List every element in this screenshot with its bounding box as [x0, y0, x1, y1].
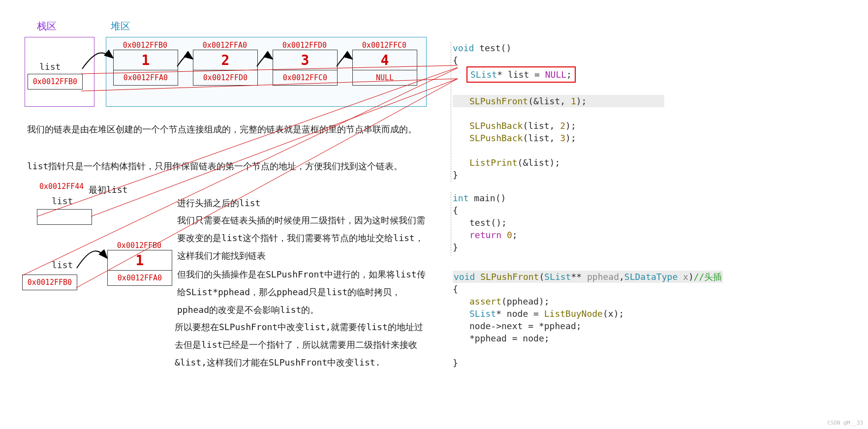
initial-list-label: 最初list — [89, 181, 127, 199]
initial-list-text: list — [52, 196, 73, 206]
node-4-val: 4 — [353, 50, 417, 70]
node-4: 4 NULL — [352, 50, 417, 86]
code-test-close: } — [453, 169, 664, 181]
code-main-sig: int main() — [453, 192, 664, 204]
code-test-pushfront: SLPushFront(&list, 1); — [453, 95, 664, 107]
node-4-next: NULL — [353, 70, 417, 85]
code-block-test: void test() { SList* list = NULL; SLPush… — [453, 42, 664, 182]
code-block-pushfront: void SLPushFront(SList** pphead,SLDataTy… — [453, 271, 728, 369]
stack-frame — [25, 37, 94, 107]
after-list-text: list — [52, 260, 73, 270]
after-node: 1 0x0012FFA0 — [107, 250, 172, 286]
node-3-addr: 0x0012FFD0 — [273, 41, 337, 50]
node-3-val: 3 — [273, 50, 337, 70]
node-1-val: 1 — [114, 50, 178, 70]
explain-3: 所以要想在SLPushFront中改变list,就需要传list的地址过去但是l… — [175, 318, 428, 371]
node-2-val: 2 — [193, 50, 257, 70]
after-node-next: 0x0012FFA0 — [108, 271, 172, 285]
node-1: 1 0x0012FFA0 — [113, 50, 178, 86]
paragraph-1: 我们的链表是由在堆区创建的一个个节点连接组成的，完整的链表就是蓝框的里的节点串联… — [27, 121, 438, 138]
code-pf-sig: void SLPushFront(SList** pphead,SLDataTy… — [453, 271, 723, 283]
node-2-group: 0x0012FFA0 2 0x0012FFD0 — [193, 41, 258, 86]
node-4-group: 0x0012FFC0 4 NULL — [352, 41, 417, 86]
code-pf-node: SList* node = ListBuyNode(x); — [453, 307, 728, 320]
node-2: 2 0x0012FFD0 — [193, 50, 258, 86]
initial-list-box — [37, 209, 92, 225]
after-list-box: 0x0012FFB0 — [22, 275, 77, 290]
node-4-addr: 0x0012FFC0 — [352, 41, 416, 50]
heap-zone-label: 堆区 — [111, 20, 130, 33]
code-pf-assert: assert(pphead); — [453, 295, 728, 307]
after-push-title: 进行头插之后的list — [177, 194, 260, 212]
code-pf-assign: *pphead = node; — [453, 332, 728, 344]
code-pf-next: node->next = *pphead; — [453, 320, 728, 332]
node-1-next: 0x0012FFA0 — [114, 70, 178, 85]
paragraph-2: list指针只是一个结构体指针，只用作保留链表的第一个节点的地址，方便我们找到这… — [27, 157, 438, 175]
code-main-open: { — [453, 204, 664, 216]
code-main-close: } — [453, 241, 664, 253]
list-ptr-addr-top: 0x0012FFB0 — [33, 77, 77, 86]
code-test-pushback-2: SLPushBack(list, 3); — [453, 132, 664, 144]
node-3-group: 0x0012FFD0 3 0x0012FFC0 — [273, 41, 338, 86]
explain-1: 我们只需要在链表头插的时候使用二级指针，因为这时候我们需要改变的是list这个指… — [177, 212, 428, 265]
code-test-line-1: void test() — [453, 42, 664, 54]
after-node-val: 1 — [108, 250, 172, 271]
after-node-group: 0x0012FFB0 1 0x0012FFA0 — [107, 241, 172, 286]
node-1-addr: 0x0012FFB0 — [113, 41, 177, 50]
code-test-listprint: ListPrint(&list); — [453, 156, 664, 169]
node-2-next: 0x0012FFD0 — [193, 70, 257, 85]
list-label-top: list — [39, 61, 61, 72]
after-node-addr: 0x0012FFB0 — [107, 241, 171, 250]
stack-zone-label: 栈区 — [37, 20, 57, 33]
list-ptr-box-top: 0x0012FFB0 — [28, 74, 83, 90]
code-test-pushback-1: SLPushBack(list, 2); — [453, 120, 664, 132]
code-main-return: return 0; — [453, 229, 664, 241]
node-2-addr: 0x0012FFA0 — [193, 41, 257, 50]
after-list-ptr-addr: 0x0012FFB0 — [28, 278, 72, 287]
code-test-decl-redbox: SList* list = NULL; — [466, 66, 576, 83]
initial-addr: 0x0012FF44 — [39, 182, 84, 191]
node-3-next: 0x0012FFC0 — [273, 70, 337, 85]
code-block-main: int main() { test(); return 0; } — [453, 192, 664, 256]
code-pf-close: } — [453, 357, 728, 369]
code-pf-open: { — [453, 283, 728, 295]
explain-2: 但我们的头插操作是在SLPushFront中进行的，如果将list传给SList… — [177, 266, 428, 319]
code-gutter-1 — [438, 42, 451, 182]
code-gutter-2 — [438, 192, 451, 256]
code-test-line-2: { — [453, 54, 664, 66]
code-main-calltest: test(); — [453, 216, 664, 229]
node-3: 3 0x0012FFC0 — [273, 50, 338, 86]
node-1-group: 0x0012FFB0 1 0x0012FFA0 — [113, 41, 178, 86]
watermark: CSDN @M__33 — [827, 420, 863, 426]
